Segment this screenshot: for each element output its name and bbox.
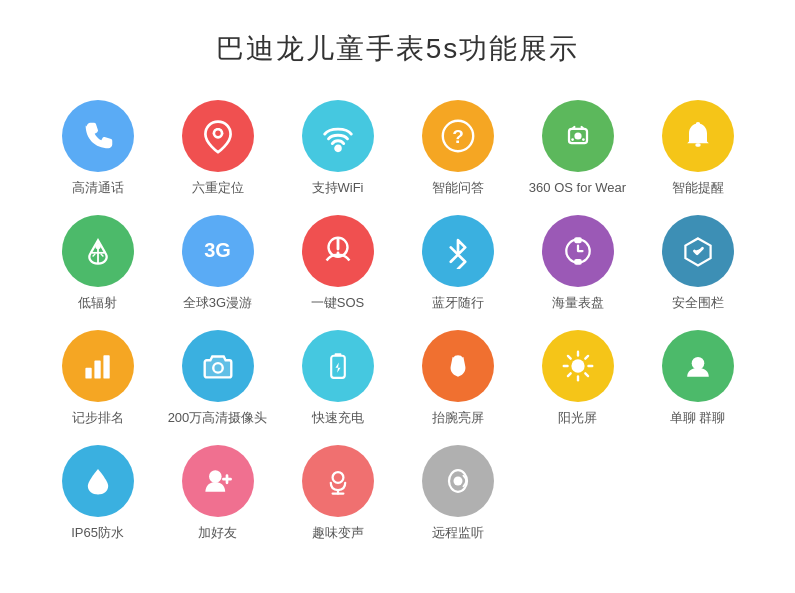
feature-icon-wrist-on xyxy=(422,330,494,402)
feature-label-location: 六重定位 xyxy=(192,180,244,197)
feature-label-sunshine: 阳光屏 xyxy=(558,410,597,427)
svg-point-12 xyxy=(95,244,100,249)
feature-item-wrist-on: 抬腕亮屏 xyxy=(403,330,513,427)
svg-rect-18 xyxy=(94,360,100,378)
svg-point-7 xyxy=(574,132,581,139)
feature-icon-360os xyxy=(542,100,614,172)
feature-item-sos: 一键SOS xyxy=(283,215,393,312)
feature-label-step-rank: 记步排名 xyxy=(72,410,124,427)
svg-line-30 xyxy=(585,356,588,359)
feature-icon-add-friend xyxy=(182,445,254,517)
feature-label-low-radiation: 低辐射 xyxy=(78,295,117,312)
feature-icon-camera xyxy=(182,330,254,402)
feature-item-remote-listen: 远程监听 xyxy=(403,445,513,542)
feature-item-location: 六重定位 xyxy=(163,100,273,197)
feature-item-bluetooth: 蓝牙随行 xyxy=(403,215,513,312)
feature-icon-waterproof xyxy=(62,445,134,517)
feature-icon-watchface xyxy=(542,215,614,287)
feature-label-bluetooth: 蓝牙随行 xyxy=(432,295,484,312)
svg-rect-19 xyxy=(103,355,109,378)
feature-item-smart-qa: ?智能问答 xyxy=(403,100,513,197)
feature-label-voice-change: 趣味变声 xyxy=(312,525,364,542)
feature-item-voice-change: 趣味变声 xyxy=(283,445,393,542)
svg-point-23 xyxy=(571,359,584,372)
feature-icon-reminder xyxy=(662,100,734,172)
feature-item-watchface: 海量表盘 xyxy=(523,215,633,312)
feature-label-geofence: 安全围栏 xyxy=(672,295,724,312)
svg-rect-16 xyxy=(575,260,580,264)
feature-item-geofence: 安全围栏 xyxy=(643,215,753,312)
feature-label-3g-roaming: 全球3G漫游 xyxy=(183,295,252,312)
svg-rect-22 xyxy=(334,353,341,356)
feature-label-group-chat: 单聊 群聊 xyxy=(670,410,726,427)
feature-label-add-friend: 加好友 xyxy=(198,525,237,542)
svg-point-11 xyxy=(695,122,700,127)
feature-label-fast-charge: 快速充电 xyxy=(312,410,364,427)
feature-icon-voice-change xyxy=(302,445,374,517)
svg-point-34 xyxy=(332,472,343,483)
svg-line-28 xyxy=(567,356,570,359)
feature-label-wrist-on: 抬腕亮屏 xyxy=(432,410,484,427)
feature-icon-3g-roaming: 3G xyxy=(182,215,254,287)
svg-rect-17 xyxy=(85,368,91,379)
svg-point-2 xyxy=(215,131,220,136)
svg-rect-10 xyxy=(695,143,700,147)
svg-text:?: ? xyxy=(452,126,464,147)
feature-icon-bluetooth xyxy=(422,215,494,287)
feature-item-sunshine: 阳光屏 xyxy=(523,330,633,427)
feature-icon-group-chat xyxy=(662,330,734,402)
feature-icon-geofence xyxy=(662,215,734,287)
feature-icon-sos xyxy=(302,215,374,287)
feature-icon-wifi xyxy=(302,100,374,172)
feature-item-3g-roaming: 3G全球3G漫游 xyxy=(163,215,273,312)
svg-point-32 xyxy=(691,357,704,370)
feature-icon-hd-call xyxy=(62,100,134,172)
feature-label-waterproof: IP65防水 xyxy=(71,525,124,542)
svg-point-9 xyxy=(582,138,585,141)
feature-icon-step-rank xyxy=(62,330,134,402)
feature-item-fast-charge: 快速充电 xyxy=(283,330,393,427)
feature-label-camera: 200万高清摄像头 xyxy=(168,410,268,427)
feature-label-360os: 360 OS for Wear xyxy=(529,180,626,197)
feature-item-360os: 360 OS for Wear xyxy=(523,100,633,197)
feature-label-reminder: 智能提醒 xyxy=(672,180,724,197)
feature-item-wifi: 支持WiFi xyxy=(283,100,393,197)
feature-label-remote-listen: 远程监听 xyxy=(432,525,484,542)
feature-label-smart-qa: 智能问答 xyxy=(432,180,484,197)
svg-rect-15 xyxy=(575,238,580,242)
page-title: 巴迪龙儿童手表5s功能展示 xyxy=(216,30,580,68)
feature-icon-remote-listen xyxy=(422,445,494,517)
feature-label-wifi: 支持WiFi xyxy=(312,180,364,197)
feature-icon-sunshine xyxy=(542,330,614,402)
feature-icon-location xyxy=(182,100,254,172)
svg-line-31 xyxy=(567,373,570,376)
feature-label-hd-call: 高清通话 xyxy=(72,180,124,197)
feature-item-add-friend: 加好友 xyxy=(163,445,273,542)
feature-label-watchface: 海量表盘 xyxy=(552,295,604,312)
svg-point-38 xyxy=(455,478,460,483)
feature-icon-fast-charge xyxy=(302,330,374,402)
svg-point-3 xyxy=(335,146,340,151)
svg-point-8 xyxy=(571,138,574,141)
svg-point-33 xyxy=(209,470,222,483)
feature-item-step-rank: 记步排名 xyxy=(43,330,153,427)
svg-line-29 xyxy=(585,373,588,376)
feature-item-camera: 200万高清摄像头 xyxy=(163,330,273,427)
feature-label-sos: 一键SOS xyxy=(311,295,364,312)
feature-item-reminder: 智能提醒 xyxy=(643,100,753,197)
features-grid: 高清通话六重定位支持WiFi?智能问答360 OS for Wear智能提醒低辐… xyxy=(43,100,753,542)
feature-icon-low-radiation xyxy=(62,215,134,287)
feature-item-low-radiation: 低辐射 xyxy=(43,215,153,312)
feature-item-waterproof: IP65防水 xyxy=(43,445,153,542)
feature-icon-smart-qa: ? xyxy=(422,100,494,172)
feature-item-hd-call: 高清通话 xyxy=(43,100,153,197)
feature-item-group-chat: 单聊 群聊 xyxy=(643,330,753,427)
